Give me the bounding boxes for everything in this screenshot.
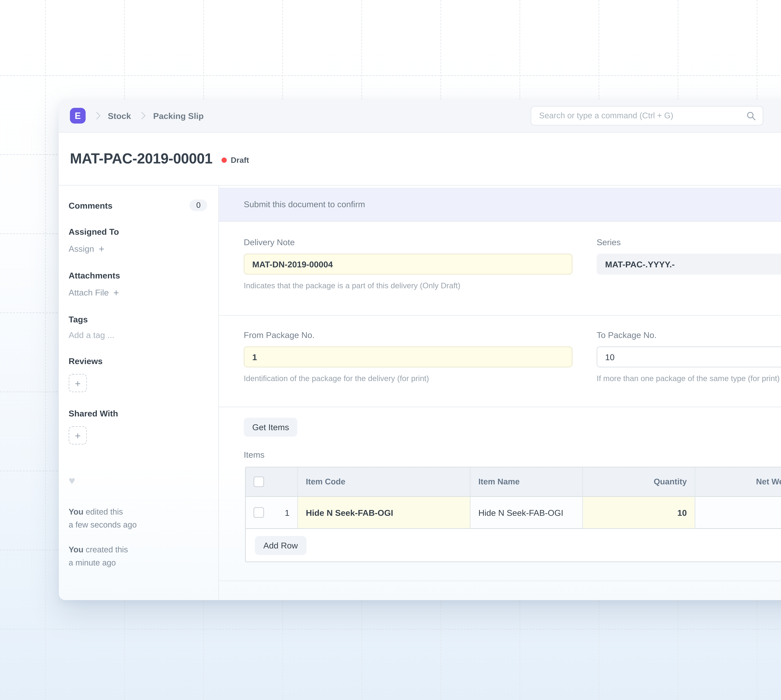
created-actor: You: [68, 545, 83, 554]
global-search[interactable]: [531, 106, 763, 126]
chevron-right-icon: [138, 112, 146, 119]
erpnext-logo[interactable]: E: [70, 108, 86, 123]
reviews-heading: Reviews: [68, 356, 207, 366]
grid-line: [45, 0, 46, 700]
header-item-code[interactable]: Item Code: [298, 467, 470, 496]
cell-quantity[interactable]: 10: [583, 497, 695, 528]
from-package-field[interactable]: 1: [244, 347, 573, 367]
status-badge: Draft: [221, 156, 249, 165]
to-package-help: If more than one package of the same typ…: [597, 374, 780, 383]
section-divider: [219, 407, 781, 407]
page-header: MAT-PAC-2019-00001 Draft: [59, 133, 781, 186]
breadcrumb-packing-slip[interactable]: Packing Slip: [153, 111, 204, 121]
header-net-weight[interactable]: Net Weight: [695, 467, 781, 496]
from-package-label: From Package No.: [244, 330, 315, 340]
submit-info-banner: Submit this document to confirm: [219, 188, 781, 222]
top-navbar: E Stock Packing Slip P Settings: [59, 99, 781, 133]
header-item-name[interactable]: Item Name: [470, 467, 583, 496]
edited-timeline-entry: You edited this a few seconds ago: [68, 505, 207, 532]
document-body: Comments 0 Assigned To Assign + Attachme…: [59, 186, 781, 600]
status-label: Draft: [231, 156, 249, 165]
created-timeline-entry: You created this a minute ago: [68, 543, 207, 569]
cell-net-weight[interactable]: 0: [695, 497, 781, 528]
select-all-checkbox[interactable]: [253, 477, 264, 487]
attachments-heading: Attachments: [68, 271, 207, 280]
form-sidebar: Comments 0 Assigned To Assign + Attachme…: [59, 186, 219, 600]
draft-status-dot: [221, 158, 227, 163]
plus-icon: +: [99, 243, 105, 254]
comments-count-badge[interactable]: 0: [190, 199, 207, 211]
comments-heading: Comments: [68, 200, 112, 210]
edited-action: edited this: [86, 507, 123, 517]
assign-button[interactable]: Assign +: [68, 243, 207, 254]
section-divider: [219, 315, 781, 316]
like-heart-icon[interactable]: ♥: [68, 475, 207, 488]
tags-heading: Tags: [68, 314, 207, 324]
row-checkbox[interactable]: [253, 507, 264, 518]
delivery-note-label: Delivery Note: [244, 237, 295, 247]
row-index: 1: [285, 508, 290, 518]
items-grid-header: Item Code Item Name Quantity Net Weight …: [246, 467, 781, 497]
to-package-label: To Package No.: [597, 330, 657, 340]
items-grid: Item Code Item Name Quantity Net Weight …: [245, 467, 781, 562]
assign-label: Assign: [68, 244, 94, 254]
delivery-note-help: Indicates that the package is a part of …: [244, 281, 460, 290]
items-table-label: Items: [244, 450, 265, 460]
add-tag-input[interactable]: Add a tag ...: [68, 330, 207, 340]
from-package-help: Identification of the package for the de…: [244, 374, 429, 383]
shared-with-heading: Shared With: [68, 408, 207, 418]
attach-file-button[interactable]: Attach File +: [68, 287, 207, 298]
header-quantity[interactable]: Quantity: [583, 467, 695, 496]
edited-when: a few seconds ago: [68, 520, 137, 530]
table-row: 1 Hide N Seek-FAB-OGI Hide N Seek-FAB-OG…: [246, 497, 781, 529]
breadcrumb-stock[interactable]: Stock: [108, 111, 131, 121]
chevron-right-icon: [93, 112, 100, 119]
add-review-button[interactable]: +: [68, 374, 87, 392]
edited-actor: You: [68, 507, 83, 517]
search-icon: [746, 111, 756, 121]
get-items-button[interactable]: Get Items: [244, 418, 298, 437]
grid-line: [0, 75, 781, 76]
grid-line: [0, 629, 781, 630]
add-row-button[interactable]: Add Row: [255, 536, 306, 555]
page-title: MAT-PAC-2019-00001: [70, 150, 213, 167]
share-button[interactable]: +: [68, 426, 87, 445]
delivery-note-field[interactable]: MAT-DN-2019-00004: [244, 253, 573, 275]
search-input[interactable]: [531, 111, 746, 120]
breadcrumb: E Stock Packing Slip: [70, 99, 204, 132]
page-background: E Stock Packing Slip P Settings: [0, 0, 781, 700]
app-window: E Stock Packing Slip P Settings: [59, 99, 781, 600]
attach-file-label: Attach File: [68, 288, 109, 298]
assigned-to-heading: Assigned To: [68, 227, 207, 237]
created-action: created this: [86, 545, 128, 554]
series-label: Series: [597, 237, 621, 247]
series-field[interactable]: MAT-PAC-.YYYY.-: [597, 253, 781, 275]
cell-item-code[interactable]: Hide N Seek-FAB-OGI: [298, 497, 470, 528]
items-grid-footer: Add Row: [246, 529, 781, 562]
form-main: Submit this document to confirm Delivery…: [219, 186, 781, 600]
to-package-field[interactable]: 10: [597, 347, 781, 367]
created-when: a minute ago: [68, 558, 116, 568]
cell-item-name[interactable]: Hide N Seek-FAB-OGI: [470, 497, 583, 528]
plus-icon: +: [113, 287, 119, 298]
section-divider: [219, 580, 781, 581]
